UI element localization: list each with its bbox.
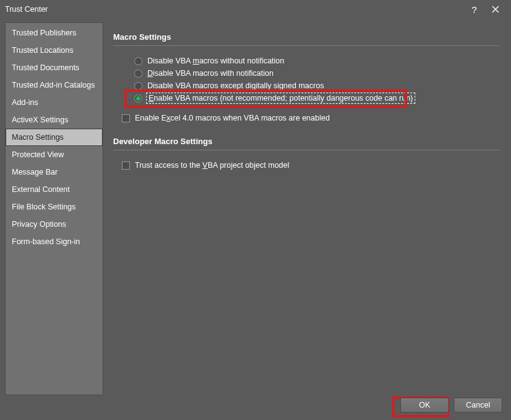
sidebar-item-add-ins[interactable]: Add-ins <box>6 94 103 111</box>
sidebar-item-label: ActiveX Settings <box>12 116 68 124</box>
content-panel: Macro Settings Disable VBA macros withou… <box>103 22 506 395</box>
sidebar-item-label: Message Bar <box>12 168 58 176</box>
sidebar-item-trusted-add-in-catalogs[interactable]: Trusted Add-in Catalogs <box>6 76 103 94</box>
sidebar: Trusted Publishers Trusted Locations Tru… <box>5 22 103 395</box>
radio-icon <box>134 57 142 65</box>
sidebar-item-label: Form-based Sign-in <box>12 237 80 246</box>
radio-disable-with-notif[interactable]: Disable VBA macros with notification <box>134 67 500 80</box>
dialog-footer: OK Cancel <box>0 395 511 420</box>
checkbox-icon <box>122 162 130 170</box>
help-icon[interactable]: ? <box>464 0 485 19</box>
cancel-button[interactable]: Cancel <box>454 398 502 413</box>
radio-label: Disable VBA macros except digitally sign… <box>147 81 324 90</box>
ok-button[interactable]: OK <box>400 398 449 413</box>
sidebar-item-trusted-documents[interactable]: Trusted Documents <box>6 59 103 76</box>
radio-icon <box>134 94 142 103</box>
sidebar-item-activex-settings[interactable]: ActiveX Settings <box>6 111 103 129</box>
sidebar-item-label: Trusted Add-in Catalogs <box>12 81 95 89</box>
close-icon[interactable] <box>485 0 506 19</box>
sidebar-item-message-bar[interactable]: Message Bar <box>6 163 103 181</box>
checkbox-label: Trust access to the VBA project object m… <box>135 161 289 170</box>
sidebar-item-external-content[interactable]: External Content <box>6 181 103 198</box>
sidebar-item-macro-settings[interactable]: Macro Settings <box>6 129 103 146</box>
radio-label: Disable VBA macros without notification <box>147 57 284 65</box>
section-heading-developer-settings: Developer Macro Settings <box>113 137 500 150</box>
sidebar-item-label: Privacy Options <box>12 220 67 229</box>
sidebar-item-privacy-options[interactable]: Privacy Options <box>6 216 103 233</box>
checkbox-enable-excel4[interactable]: Enable Excel 4.0 macros when VBA macros … <box>122 112 500 124</box>
radio-enable-all[interactable]: Enable VBA macros (not recommended; pote… <box>134 92 500 104</box>
sidebar-item-label: Protected View <box>12 150 64 159</box>
radio-label: Disable VBA macros with notification <box>147 69 274 78</box>
checkbox-label: Enable Excel 4.0 macros when VBA macros … <box>135 114 329 122</box>
radio-icon <box>134 82 142 90</box>
radio-disable-no-notif[interactable]: Disable VBA macros without notification <box>134 55 500 67</box>
sidebar-item-protected-view[interactable]: Protected View <box>6 146 103 163</box>
sidebar-item-trusted-locations[interactable]: Trusted Locations <box>6 42 103 59</box>
checkbox-trust-vba-access[interactable]: Trust access to the VBA project object m… <box>122 159 500 171</box>
sidebar-item-label: External Content <box>12 185 70 194</box>
radio-icon <box>134 70 142 78</box>
sidebar-item-file-block-settings[interactable]: File Block Settings <box>6 198 103 216</box>
sidebar-item-label: Trusted Locations <box>12 46 73 55</box>
sidebar-item-form-based-sign-in[interactable]: Form-based Sign-in <box>6 233 103 250</box>
sidebar-item-label: File Block Settings <box>12 203 76 211</box>
radio-disable-except-signed[interactable]: Disable VBA macros except digitally sign… <box>134 80 500 92</box>
checkbox-icon <box>122 114 130 122</box>
sidebar-item-label: Macro Settings <box>12 133 63 142</box>
titlebar: Trust Center ? <box>0 0 511 19</box>
sidebar-item-label: Trusted Documents <box>12 63 80 72</box>
macro-radio-group: Disable VBA macros without notification … <box>113 55 500 104</box>
window-title: Trust Center <box>5 5 48 14</box>
radio-label: Enable VBA macros (not recommended; pote… <box>147 94 414 103</box>
sidebar-item-label: Trusted Publishers <box>12 29 76 37</box>
section-heading-macro-settings: Macro Settings <box>113 32 500 46</box>
sidebar-item-trusted-publishers[interactable]: Trusted Publishers <box>6 24 103 42</box>
sidebar-item-label: Add-ins <box>12 98 38 107</box>
